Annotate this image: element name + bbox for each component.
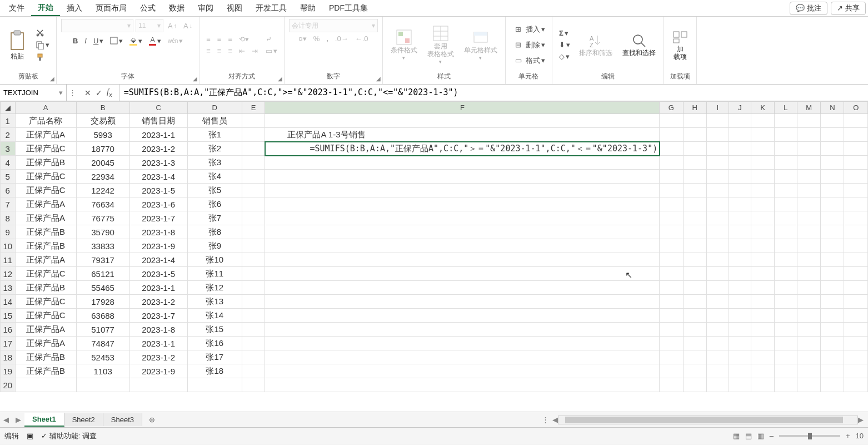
cell-O9[interactable]: [844, 225, 868, 239]
cell-A2[interactable]: 正保产品A: [15, 128, 76, 142]
cell-G3[interactable]: [660, 142, 683, 156]
cell-F12[interactable]: [265, 267, 660, 281]
cell-E11[interactable]: [242, 253, 265, 267]
cell-D11[interactable]: 张10: [187, 253, 242, 267]
cell-E10[interactable]: [242, 239, 265, 253]
cell-H16[interactable]: [683, 323, 706, 337]
row-header-6[interactable]: 6: [1, 184, 16, 197]
cell-O3[interactable]: [844, 142, 868, 156]
cell-O16[interactable]: [844, 323, 868, 337]
cell-N15[interactable]: [821, 309, 844, 323]
cell-G4[interactable]: [660, 156, 683, 170]
cell-N13[interactable]: [821, 281, 844, 295]
cell-F4[interactable]: [265, 156, 660, 170]
currency-button[interactable]: ¤▾: [296, 33, 308, 44]
cell-K8[interactable]: [751, 211, 775, 225]
cell-C9[interactable]: 2023-1-8: [129, 225, 187, 239]
cell-N7[interactable]: [821, 197, 844, 211]
cell-C15[interactable]: 2023-1-7: [129, 309, 187, 323]
cell-M1[interactable]: [797, 114, 821, 128]
cell-K15[interactable]: [751, 309, 775, 323]
cell-K1[interactable]: [751, 114, 775, 128]
clear-button[interactable]: ◇ ▾: [557, 51, 572, 62]
delete-cells[interactable]: ⊟删除 ▾: [510, 38, 547, 52]
cell-H13[interactable]: [683, 281, 706, 295]
cell-L15[interactable]: [774, 309, 797, 323]
cell-F15[interactable]: [265, 309, 660, 323]
cell-N3[interactable]: [821, 142, 844, 156]
cell-N5[interactable]: [821, 170, 844, 184]
cell-J9[interactable]: [729, 225, 751, 239]
col-header-A[interactable]: A: [15, 102, 76, 114]
cell-I17[interactable]: [706, 337, 729, 350]
cell-A20[interactable]: [15, 378, 76, 392]
indent-inc[interactable]: ⇥: [250, 46, 260, 56]
cell-O8[interactable]: [844, 211, 868, 225]
cell-J7[interactable]: [729, 197, 751, 211]
cell-K20[interactable]: [751, 378, 775, 392]
cell-B7[interactable]: 76634: [76, 197, 129, 211]
cell-E3[interactable]: [242, 142, 265, 156]
cell-H11[interactable]: [683, 253, 706, 267]
sheet-tab-1[interactable]: Sheet1: [24, 413, 64, 427]
orientation[interactable]: ⟲▾: [237, 34, 251, 44]
bold-button[interactable]: B: [71, 36, 80, 46]
cell-D3[interactable]: 张2: [187, 142, 242, 156]
cell-H2[interactable]: [683, 128, 706, 142]
cell-A19[interactable]: 正保产品B: [15, 364, 76, 378]
tab-nav-prev[interactable]: ◀: [0, 416, 12, 424]
cell-I12[interactable]: [706, 267, 729, 281]
cell-K14[interactable]: [751, 295, 775, 309]
col-header-K[interactable]: K: [751, 102, 775, 114]
cell-styles-button[interactable]: 单元格样式▾: [461, 28, 501, 62]
fill-color-button[interactable]: ⬙▾: [127, 34, 144, 47]
align-center[interactable]: ≡: [215, 46, 224, 56]
table-format-button[interactable]: 套用 表格格式▾: [424, 24, 457, 65]
row-header-17[interactable]: 17: [1, 337, 16, 350]
cell-M10[interactable]: [797, 239, 821, 253]
cell-F7[interactable]: [265, 197, 660, 211]
row-header-20[interactable]: 20: [1, 378, 16, 392]
cell-H9[interactable]: [683, 225, 706, 239]
menu-layout[interactable]: 页面布局: [89, 1, 133, 16]
cell-M11[interactable]: [797, 253, 821, 267]
cell-O7[interactable]: [844, 197, 868, 211]
cell-K6[interactable]: [751, 184, 775, 197]
cell-G12[interactable]: [660, 267, 683, 281]
cell-H19[interactable]: [683, 364, 706, 378]
inc-decimal[interactable]: .0→: [333, 33, 351, 44]
cell-G17[interactable]: [660, 337, 683, 350]
font-size-combo[interactable]: 11▾: [136, 19, 163, 32]
macro-record-icon[interactable]: ▣: [27, 432, 33, 440]
cell-I15[interactable]: [706, 309, 729, 323]
cell-D14[interactable]: 张13: [187, 295, 242, 309]
cell-G18[interactable]: [660, 350, 683, 364]
cell-F11[interactable]: [265, 253, 660, 267]
cell-F14[interactable]: [265, 295, 660, 309]
sheet-tab-2[interactable]: Sheet2: [64, 413, 103, 426]
cell-L5[interactable]: [774, 170, 797, 184]
cell-J4[interactable]: [729, 156, 751, 170]
col-header-L[interactable]: L: [774, 102, 797, 114]
cell-J5[interactable]: [729, 170, 751, 184]
cancel-formula[interactable]: ✕: [84, 88, 91, 97]
cell-M4[interactable]: [797, 156, 821, 170]
cell-E1[interactable]: [242, 114, 265, 128]
cell-K19[interactable]: [751, 364, 775, 378]
cell-A12[interactable]: 正保产品C: [15, 267, 76, 281]
view-break[interactable]: ▥: [757, 432, 764, 440]
paste-button[interactable]: 粘贴: [4, 28, 30, 61]
cell-O12[interactable]: [844, 267, 868, 281]
cell-H14[interactable]: [683, 295, 706, 309]
cell-A8[interactable]: 正保产品A: [15, 211, 76, 225]
row-header-8[interactable]: 8: [1, 211, 16, 225]
cell-C13[interactable]: 2023-1-1: [129, 281, 187, 295]
cell-I8[interactable]: [706, 211, 729, 225]
cell-B11[interactable]: 79317: [76, 253, 129, 267]
cell-I16[interactable]: [706, 323, 729, 337]
cell-O20[interactable]: [844, 378, 868, 392]
cell-H20[interactable]: [683, 378, 706, 392]
font-color-button[interactable]: A▾: [147, 34, 163, 47]
column-headers[interactable]: ◢ABCDEFGHIJKLMNO: [1, 102, 868, 114]
cell-A11[interactable]: 正保产品A: [15, 253, 76, 267]
